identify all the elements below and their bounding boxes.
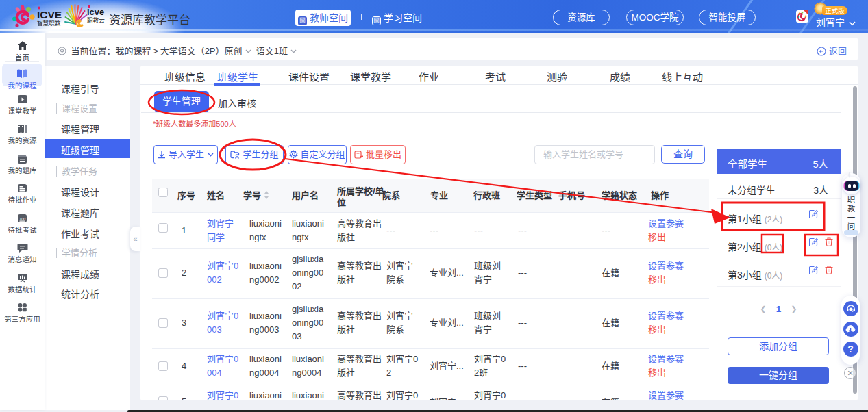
svg-text:icve: icve (87, 7, 104, 17)
svg-text:职教云: 职教云 (87, 16, 105, 24)
svg-text:ICVE: ICVE (37, 9, 62, 21)
svg-text:智慧职教: 智慧职教 (37, 19, 61, 27)
svg-text:100: 100 (19, 217, 26, 221)
